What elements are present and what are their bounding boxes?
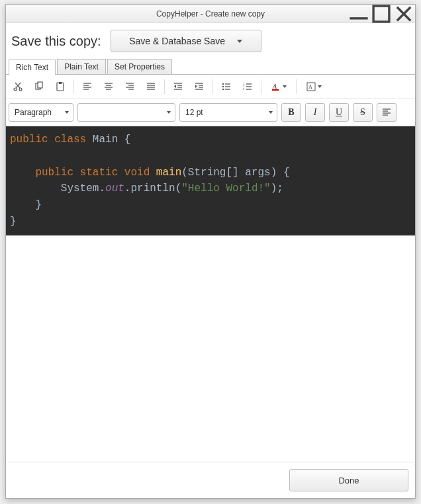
tab-set-properties[interactable]: Set Properties <box>107 59 172 74</box>
chevron-down-icon <box>318 85 322 88</box>
font-color-dropdown[interactable]: A <box>265 77 292 96</box>
titlebar: CopyHelper - Create new copy <box>6 5 415 23</box>
done-button[interactable]: Done <box>289 469 408 491</box>
paste-button[interactable] <box>51 77 70 96</box>
svg-rect-49 <box>272 89 279 91</box>
chevron-down-icon <box>269 111 273 114</box>
numbered-list-button[interactable]: 123 <box>238 77 257 96</box>
italic-button[interactable]: I <box>305 103 325 122</box>
separator <box>296 79 297 94</box>
svg-rect-11 <box>59 82 62 84</box>
separator <box>261 79 261 94</box>
svg-text:3: 3 <box>243 87 245 91</box>
save-mode-dropdown[interactable]: Save & Database Save <box>111 30 261 52</box>
tab-rich-text[interactable]: Rich Text <box>9 60 56 75</box>
bold-button[interactable]: B <box>281 103 301 122</box>
tabs: Rich Text Plain Text Set Properties <box>6 58 415 75</box>
save-mode-value: Save & Database Save <box>129 36 225 46</box>
footer: Done <box>6 462 415 498</box>
align-justify-button[interactable] <box>142 77 160 96</box>
font-size-combo[interactable]: 12 pt <box>179 103 277 122</box>
outdent-button[interactable] <box>169 77 187 96</box>
maximize-button[interactable] <box>370 5 393 22</box>
window: CopyHelper - Create new copy Save this c… <box>5 4 416 499</box>
close-button[interactable] <box>393 5 415 22</box>
strikethrough-button[interactable]: S <box>353 103 373 122</box>
svg-point-5 <box>19 88 22 91</box>
indent-button[interactable] <box>190 77 209 96</box>
copy-button[interactable] <box>30 77 48 96</box>
svg-text:A: A <box>272 83 277 90</box>
clear-format-button[interactable] <box>377 103 397 122</box>
svg-point-37 <box>222 86 224 87</box>
separator <box>164 79 165 94</box>
paragraph-style-combo[interactable]: Paragraph <box>9 103 73 122</box>
svg-rect-1 <box>373 6 389 22</box>
save-label: Save this copy: <box>11 34 101 49</box>
separator <box>73 79 74 94</box>
svg-rect-9 <box>38 82 42 88</box>
svg-point-36 <box>222 83 224 85</box>
tab-plain-text[interactable]: Plain Text <box>57 59 106 74</box>
align-left-button[interactable] <box>78 77 97 96</box>
chevron-down-icon <box>283 85 287 88</box>
toolbar-main: 123 A A <box>6 75 415 99</box>
highlight-color-dropdown[interactable]: A <box>301 77 327 96</box>
underline-button[interactable]: U <box>329 103 349 122</box>
code-block: public class Main { public static void m… <box>6 126 415 235</box>
svg-point-4 <box>14 88 17 91</box>
save-row: Save this copy: Save & Database Save <box>6 23 415 58</box>
toolbar-format: Paragraph 12 pt B I U S <box>6 99 415 126</box>
separator <box>212 79 213 94</box>
font-family-combo[interactable] <box>77 103 175 122</box>
cut-button[interactable] <box>9 77 27 96</box>
window-controls <box>348 5 415 22</box>
align-center-button[interactable] <box>99 77 118 96</box>
svg-point-38 <box>222 89 224 90</box>
svg-line-7 <box>15 83 20 88</box>
editor-area[interactable]: public class Main { public static void m… <box>6 126 415 462</box>
align-right-button[interactable] <box>120 77 139 96</box>
chevron-down-icon <box>237 40 242 43</box>
svg-text:A: A <box>308 84 312 90</box>
chevron-down-icon <box>65 111 69 114</box>
minimize-button[interactable] <box>348 5 370 22</box>
svg-line-6 <box>16 83 21 88</box>
chevron-down-icon <box>167 111 171 114</box>
bullet-list-button[interactable] <box>217 77 236 96</box>
